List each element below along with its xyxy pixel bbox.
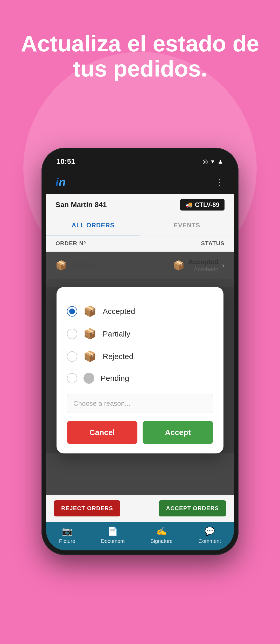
radio-accepted[interactable] — [67, 306, 77, 317]
tab-all-orders[interactable]: ALL ORDERS — [46, 216, 140, 235]
phone-inner: 10:51 ◎ ▾ ▲ in ⋮ San Martín 841 🚚 — [46, 152, 234, 550]
app-logo: in — [55, 176, 66, 189]
modal-body: 📦 Accepted 📦 Partially 📦 — [67, 297, 213, 444]
order-left: 📦 OR12355 — [55, 260, 100, 271]
status-bar: 10:51 ◎ ▾ ▲ — [46, 152, 234, 171]
signature-icon: ✍️ — [156, 526, 167, 536]
nav-document-label: Document — [101, 538, 125, 544]
nav-signature-label: Signature — [150, 538, 173, 544]
phone-outer: 10:51 ◎ ▾ ▲ in ⋮ San Martín 841 🚚 — [41, 148, 239, 555]
pending-label: Pending — [101, 374, 129, 383]
table-header: ORDER Nº STATUS — [46, 235, 234, 252]
nav-signature[interactable]: ✍️ Signature — [150, 526, 173, 544]
signal-icon: ▲ — [217, 158, 223, 165]
radio-dot-accepted — [69, 309, 75, 314]
tabs-container: ALL ORDERS EVENTS — [46, 216, 234, 235]
truck-icon: 🚚 — [185, 201, 192, 208]
location-icon: ◎ — [202, 158, 208, 165]
bottom-nav: 📷 Picture 📄 Document ✍️ Signature 💬 Comm… — [46, 522, 234, 550]
nav-picture-label: Picture — [59, 538, 75, 544]
notch — [111, 152, 169, 165]
option-partially[interactable]: 📦 Partially — [67, 323, 213, 345]
hero-title: Actualiza el estado de tus pedidos. — [0, 31, 280, 81]
accept-button[interactable]: Accept — [143, 421, 213, 444]
reason-placeholder[interactable]: Choose a reason... — [73, 400, 130, 407]
menu-dots-icon[interactable]: ⋮ — [216, 177, 225, 187]
col-status: STATUS — [201, 240, 225, 247]
location-bar: San Martín 841 🚚 CTLV-89 — [46, 194, 234, 216]
cancel-button[interactable]: Cancel — [67, 421, 137, 444]
comment-icon: 💬 — [205, 526, 215, 536]
nav-comment-label: Comment — [199, 538, 221, 544]
rejected-label: Rejected — [103, 352, 133, 361]
tab-events[interactable]: EVENTS — [140, 216, 234, 235]
accept-orders-button[interactable]: ACCEPT ORDERS — [159, 500, 226, 516]
radio-partially[interactable] — [67, 329, 77, 339]
truck-id: CTLV-89 — [195, 201, 219, 208]
location-address: San Martín 841 — [55, 201, 107, 209]
wifi-icon: ▾ — [211, 158, 214, 165]
partially-icon: 📦 — [83, 328, 96, 340]
dialog-overlay: 📦 Accepted 📦 Partially 📦 — [46, 279, 234, 550]
option-accepted[interactable]: 📦 Accepted — [67, 300, 213, 323]
nav-picture[interactable]: 📷 Picture — [59, 526, 75, 544]
nav-document[interactable]: 📄 Document — [101, 526, 125, 544]
order-number: OR12355 — [71, 261, 100, 269]
bottom-action-bar: REJECT ORDERS ACCEPT ORDERS — [46, 495, 234, 522]
accepted-icon: 📦 — [83, 305, 96, 317]
radio-pending[interactable] — [67, 373, 77, 383]
status-icons: ◎ ▾ ▲ — [202, 158, 223, 165]
partially-label: Partially — [103, 330, 130, 338]
order-status-text: Accepted Aprobado — [188, 258, 219, 273]
status-accepted: Accepted — [188, 258, 219, 266]
reason-input-container[interactable]: Choose a reason... — [67, 394, 213, 413]
document-icon: 📄 — [108, 526, 118, 536]
camera-icon: 📷 — [62, 526, 72, 536]
reject-orders-button[interactable]: REJECT ORDERS — [54, 500, 120, 516]
chevron-right-icon: › — [222, 261, 225, 270]
option-pending[interactable]: Pending — [67, 368, 213, 389]
rejected-icon: 📦 — [83, 350, 96, 362]
order-right: 📦 Accepted Aprobado › — [173, 258, 225, 273]
nav-comment[interactable]: 💬 Comment — [199, 526, 221, 544]
status-time: 10:51 — [57, 157, 75, 166]
dialog-buttons: Cancel Accept — [67, 421, 213, 444]
overlay-top — [46, 279, 234, 287]
overlay-bottom — [46, 453, 234, 495]
table-row[interactable]: 📦 OR12355 📦 Accepted Aprobado › — [46, 252, 234, 279]
radio-rejected[interactable] — [67, 351, 77, 362]
status-sub: Aprobado — [188, 266, 219, 273]
pending-icon — [83, 373, 94, 384]
phone-mockup: 10:51 ◎ ▾ ▲ in ⋮ San Martín 841 🚚 — [41, 148, 239, 555]
status-modal: 📦 Accepted 📦 Partially 📦 — [57, 287, 223, 453]
app-header: in ⋮ — [46, 171, 234, 194]
col-order-no: ORDER Nº — [55, 240, 86, 247]
hero-section: Actualiza el estado de tus pedidos. — [0, 31, 280, 81]
option-rejected[interactable]: 📦 Rejected — [67, 345, 213, 368]
accepted-label: Accepted — [103, 307, 135, 316]
order-status-icon: 📦 — [173, 260, 185, 271]
truck-badge: 🚚 CTLV-89 — [180, 199, 225, 211]
order-box-icon: 📦 — [55, 260, 67, 271]
